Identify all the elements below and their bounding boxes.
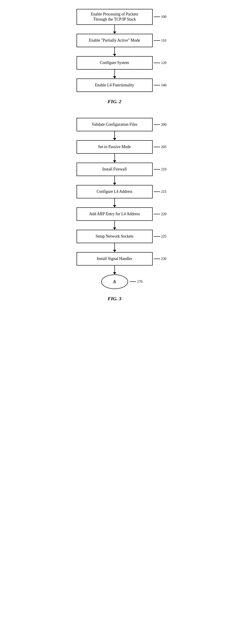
arrow-225-230: [113, 243, 116, 252]
box-120-wrapper: Configure System 120: [77, 56, 153, 70]
box-225-label: Setup Network Sockets: [96, 234, 133, 239]
label-140: 140: [154, 83, 166, 87]
fig3-caption: FIG. 3: [108, 296, 121, 302]
label-110: 110: [154, 38, 166, 42]
terminal-a-wrapper: A 170: [101, 274, 128, 289]
box-205-wrapper: Set to Passive Mode 205: [77, 140, 153, 154]
label-210: 210: [154, 167, 166, 171]
box-210: Install Firewall: [77, 162, 153, 176]
box-230-label: Install Signal Handler: [97, 256, 132, 261]
arrow-205-210: [113, 154, 116, 162]
box-110-label: Enable "Partially Active" Mode: [89, 38, 140, 43]
box-200: Validate Configuration Files: [77, 118, 153, 131]
arrow-210-215: [113, 176, 116, 185]
box-100-wrapper: Enable Processing of PacketsThrough the …: [77, 9, 153, 25]
box-230: Install Signal Handler: [77, 252, 153, 266]
diagram-container: Enable Processing of PacketsThrough the …: [0, 0, 229, 315]
box-215-wrapper: Configure L4 Address 215: [77, 185, 153, 198]
arrow-215-220: [113, 198, 116, 207]
box-205-label: Set to Passive Mode: [98, 144, 131, 150]
box-230-wrapper: Install Signal Handler 230: [77, 252, 153, 266]
box-110: Enable "Partially Active" Mode: [77, 34, 153, 47]
box-140-label: Enable L4 Functionality: [95, 82, 134, 88]
label-225: 225: [154, 234, 166, 238]
box-140-wrapper: Enable L4 Functionality 140: [77, 78, 153, 92]
arrow-220-225: [113, 221, 116, 230]
box-210-wrapper: Install Firewall 210: [77, 162, 153, 176]
fig2-flow: Enable Processing of PacketsThrough the …: [77, 9, 153, 118]
label-100: 100: [154, 15, 166, 19]
arrow-120-140: [113, 70, 116, 78]
box-120-label: Configure System: [100, 60, 129, 65]
arrow-200-205: [113, 131, 116, 140]
arrow-230-terminal: [113, 266, 116, 274]
box-225-wrapper: Setup Network Sockets 225: [77, 230, 153, 243]
label-200: 200: [154, 122, 166, 126]
box-220: Add ARP Entry for L4 Address: [77, 207, 153, 221]
terminal-a: A: [101, 274, 128, 289]
box-110-wrapper: Enable "Partially Active" Mode 110: [77, 34, 153, 47]
box-225: Setup Network Sockets: [77, 230, 153, 243]
arrow-100-110: [113, 25, 116, 34]
box-210-label: Install Firewall: [102, 167, 127, 172]
box-200-label: Validate Configuration Files: [92, 122, 137, 127]
label-205: 205: [154, 145, 166, 149]
box-200-wrapper: Validate Configuration Files 200: [77, 118, 153, 131]
box-220-wrapper: Add ARP Entry for L4 Address 220: [77, 207, 153, 221]
terminal-a-text: A: [113, 279, 116, 284]
label-120: 120: [154, 61, 166, 65]
label-220: 220: [154, 212, 166, 216]
fig2-caption: FIG. 2: [108, 99, 121, 104]
fig3-flow: Validate Configuration Files 200 Set to …: [77, 118, 153, 315]
box-215: Configure L4 Address: [77, 185, 153, 198]
box-215-label: Configure L4 Address: [97, 189, 133, 194]
label-215: 215: [154, 190, 166, 194]
box-205: Set to Passive Mode: [77, 140, 153, 154]
box-100-label: Enable Processing of PacketsThrough the …: [91, 12, 138, 22]
box-220-label: Add ARP Entry for L4 Address: [89, 212, 140, 216]
label-230: 230: [154, 257, 166, 261]
label-170: 170: [130, 280, 143, 284]
box-120: Configure System: [77, 56, 153, 70]
box-140: Enable L4 Functionality: [77, 78, 153, 92]
arrow-110-120: [113, 47, 116, 56]
box-100: Enable Processing of PacketsThrough the …: [77, 9, 153, 25]
